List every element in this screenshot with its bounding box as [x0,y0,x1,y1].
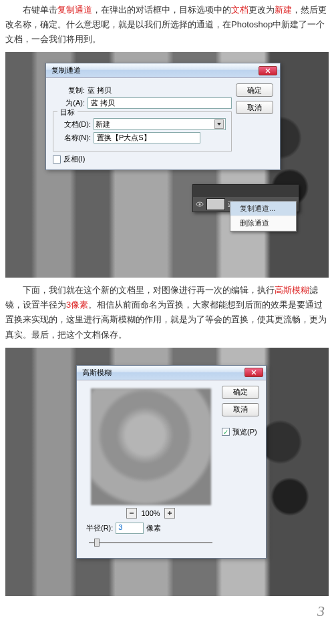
dialog-duplicate-channel: 复制通道 复制: 蓝 拷贝 为(A): 蓝 拷贝 目标 文档(D): [45,63,281,170]
cancel-button[interactable]: 取消 [236,101,273,114]
checkbox-label: 预览(P) [232,427,257,437]
svg-point-1 [199,204,201,206]
dialog-left: 100% 半径(R): 3 像素 [84,386,218,553]
checkbox-preview[interactable]: 预览(P) [222,427,259,437]
checkbox-icon [53,155,61,164]
dialog-right: 确定 取消 预览(P) [222,386,259,553]
as-input[interactable]: 蓝 拷贝 [88,97,232,109]
slider-track [89,542,212,543]
document-select[interactable]: 新建 [94,118,226,130]
paragraph-1: 右键单击复制通道，在弹出的对话框中，目标选项中的文档更改为新建，然后更改名称，确… [0,0,334,49]
checkbox-icon [222,428,230,436]
dialog-title: 高斯模糊 [82,368,244,378]
ok-button[interactable]: 确定 [236,83,273,97]
context-menu: 复制通道... 删除通道 [230,201,297,232]
select-value: 新建 [96,119,110,129]
dialog-title: 复制通道 [51,65,259,75]
label: 文档(D): [59,119,91,129]
cancel-button[interactable]: 取消 [222,403,259,416]
text-red: 新建 [275,5,292,15]
close-button[interactable] [244,368,263,377]
channel-thumbnail [206,198,225,210]
dialog-right: 确定 取消 [236,83,273,164]
eye-icon [196,200,204,208]
preview-image[interactable] [91,388,211,505]
slider-thumb[interactable] [94,539,100,547]
zoom-out-button[interactable] [126,508,137,519]
text: 右键单击 [23,5,57,15]
row-copy: 复制: 蓝 拷贝 [53,85,232,95]
dialog-titlebar[interactable]: 高斯模糊 [77,366,266,380]
row-document: 文档(D): 新建 [59,118,226,130]
label: 名称(N): [59,133,91,143]
zoom-value: 100% [141,509,160,517]
text-red: 文档 [231,5,248,15]
radius-unit: 像素 [146,523,161,533]
close-icon [265,68,271,73]
value: 蓝 拷贝 [88,85,112,95]
radius-slider[interactable] [89,538,212,547]
checkbox-label: 反相(I) [63,154,85,164]
text: 更改为 [248,5,275,15]
screenshot-gaussian-blur: 高斯模糊 100% 半径(R): 3 [5,348,329,596]
screenshot-duplicate-channel: 复制通道 复制: 蓝 拷贝 为(A): 蓝 拷贝 目标 文档(D): [5,52,329,278]
label: 为(A): [53,98,85,108]
menu-item-duplicate[interactable]: 复制通道... [230,202,296,216]
minus-icon [128,510,135,517]
text: ，在弹出的对话框中，目标选项中的 [92,5,231,15]
text-red: 高斯模糊 [275,285,309,295]
page-number: 3 [0,599,334,627]
fieldset-label: 目标 [57,107,77,117]
dialog-body: 100% 半径(R): 3 像素 确定 取消 [77,380,266,558]
close-button[interactable] [259,66,277,75]
paragraph-2: 下面，我们就在这个新的文档里，对图像进行再一次的编辑，执行高斯模糊滤镜，设置半径… [0,280,334,344]
ok-button[interactable]: 确定 [222,386,259,399]
row-as: 为(A): 蓝 拷贝 [53,97,232,109]
text-red: 复制通道 [57,5,92,15]
chevron-down-icon [214,119,224,129]
radius-input[interactable]: 3 [116,523,144,534]
fieldset-target: 目标 文档(D): 新建 名称(N): 置换【P大点S】 [53,111,232,151]
text-red: 3像素 [66,300,88,310]
name-input[interactable]: 置换【P大点S】 [94,132,200,143]
dialog-body: 复制: 蓝 拷贝 为(A): 蓝 拷贝 目标 文档(D): 新建 [46,78,280,170]
text: 下面，我们就在这个新的文档里，对图像进行再一次的编辑，执行 [23,285,275,295]
radius-row: 半径(R): 3 像素 [86,523,215,534]
dialog-titlebar[interactable]: 复制通道 [46,63,280,78]
plus-icon [166,510,173,517]
menu-item-delete[interactable]: 删除通道 [230,216,296,231]
dialog-left: 复制: 蓝 拷贝 为(A): 蓝 拷贝 目标 文档(D): 新建 [53,83,232,164]
checkbox-invert[interactable]: 反相(I) [53,154,232,164]
close-icon [251,370,257,375]
radius-label: 半径(R): [86,523,113,533]
label: 复制: [53,85,85,95]
row-name: 名称(N): 置换【P大点S】 [59,132,226,143]
zoom-row: 100% [84,508,218,519]
panel-header [193,185,299,197]
dialog-gaussian-blur: 高斯模糊 100% 半径(R): 3 [76,365,267,559]
zoom-in-button[interactable] [164,508,175,519]
